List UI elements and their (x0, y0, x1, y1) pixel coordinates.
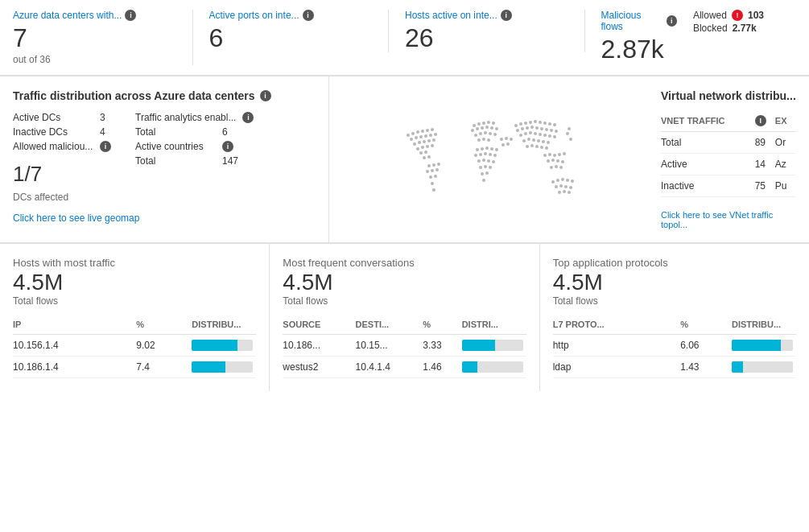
svg-point-8 (419, 135, 423, 138)
geomap-link[interactable]: Click here to see live geomap (13, 212, 316, 224)
svg-point-57 (490, 147, 493, 151)
svg-point-31 (429, 175, 432, 179)
svg-point-67 (492, 160, 495, 163)
svg-point-55 (481, 147, 484, 151)
allowed-malicious-info-icon[interactable]: i (100, 141, 111, 152)
countries-total-row: Total 147 (135, 155, 254, 167)
conversations-panel-total: 4.5M (283, 270, 526, 295)
active-countries-info-icon[interactable]: i (222, 141, 233, 152)
svg-point-70 (489, 166, 492, 169)
svg-point-65 (482, 159, 485, 162)
svg-point-90 (526, 126, 529, 130)
svg-point-7 (415, 136, 418, 139)
svg-point-115 (545, 146, 548, 150)
svg-point-35 (473, 124, 476, 127)
analytics-stats-col: Traffic analytics enabl... i Total 6 Act… (135, 112, 254, 203)
svg-point-25 (427, 164, 431, 167)
svg-point-83 (534, 120, 537, 123)
svg-point-56 (485, 146, 489, 150)
svg-point-101 (539, 133, 542, 136)
conversations-table: SOURCE DESTI... % DISTRI... 10.186... 10… (283, 316, 526, 378)
conv-bar-cell (462, 334, 526, 356)
protocols-panel-total: 4.5M (553, 270, 796, 295)
svg-point-122 (551, 159, 555, 162)
conv-source-header: SOURCE (283, 316, 355, 335)
svg-point-34 (432, 188, 435, 192)
malicious-left: Malicious flows i 2.87k (601, 10, 677, 64)
svg-point-20 (431, 144, 434, 147)
svg-point-15 (427, 139, 431, 142)
proto-name-cell: http (553, 334, 681, 356)
svg-point-142 (569, 138, 572, 141)
svg-point-64 (477, 159, 481, 163)
proto-pct-cell: 6.06 (680, 334, 732, 356)
svg-point-2 (416, 130, 419, 134)
svg-point-49 (489, 132, 492, 135)
conv-bar-cell (462, 356, 526, 377)
svg-point-133 (555, 185, 558, 188)
svg-point-134 (559, 184, 563, 188)
svg-point-124 (561, 160, 564, 163)
svg-point-116 (543, 154, 547, 157)
proto-dist-header: DISTRIBU... (732, 316, 796, 335)
svg-point-138 (563, 190, 566, 193)
malicious-info-icon[interactable]: i (667, 15, 677, 27)
malicious-value: 2.87k (601, 35, 677, 64)
svg-point-58 (495, 148, 498, 151)
svg-point-81 (524, 122, 527, 125)
proto-bar-fill (732, 340, 781, 351)
active-ports-info-icon[interactable]: i (303, 10, 314, 21)
svg-point-0 (407, 134, 410, 137)
hosts-ip-header: IP (13, 316, 136, 335)
svg-point-98 (524, 132, 527, 135)
svg-point-130 (561, 178, 564, 181)
svg-point-111 (526, 145, 529, 148)
hosts-bar-cell (192, 334, 256, 356)
svg-point-62 (489, 153, 492, 156)
svg-point-106 (527, 138, 530, 141)
svg-point-40 (471, 129, 474, 132)
svg-point-108 (537, 139, 540, 142)
svg-point-47 (479, 132, 482, 135)
svg-point-36 (477, 122, 481, 126)
svg-point-23 (423, 156, 426, 159)
hosts-pct-cell: 7.4 (136, 356, 192, 377)
svg-point-66 (487, 159, 490, 163)
svg-point-137 (558, 191, 561, 194)
world-map-container (329, 76, 648, 242)
hosts-active-value: 26 (405, 24, 568, 52)
svg-point-140 (566, 132, 569, 135)
proto-bar-bg (732, 340, 793, 351)
svg-point-77 (501, 143, 505, 146)
active-dcs-row: Active DCs 3 (13, 112, 111, 123)
hosts-ip-cell: 10.156.1.4 (13, 334, 136, 356)
hosts-active-info-icon[interactable]: i (501, 10, 512, 21)
allowed-value: 103 (748, 10, 764, 21)
svg-point-76 (510, 138, 513, 141)
svg-point-10 (429, 134, 432, 137)
svg-point-50 (493, 133, 497, 136)
svg-point-75 (505, 137, 508, 140)
traffic-analytics-info-icon[interactable]: i (242, 112, 254, 123)
vnet-info-icon[interactable]: i (755, 115, 766, 126)
svg-point-123 (556, 159, 559, 163)
svg-point-1 (411, 132, 415, 135)
bottom-content-area: Hosts with most traffic 4.5M Total flows… (0, 244, 809, 391)
svg-point-99 (529, 131, 532, 134)
hosts-panel-total: 4.5M (13, 270, 256, 295)
conv-dest-cell: 10.15... (356, 334, 423, 356)
traffic-section-info-icon[interactable]: i (260, 90, 271, 101)
svg-point-92 (535, 126, 539, 130)
proto-bar-cell (732, 356, 796, 377)
svg-point-114 (540, 146, 543, 149)
azure-dc-info-icon[interactable]: i (125, 10, 136, 21)
svg-point-48 (484, 131, 487, 134)
blocked-value: 2.77k (733, 23, 757, 34)
azure-dc-value: 7 (13, 24, 176, 52)
svg-point-18 (421, 146, 424, 149)
svg-point-52 (482, 138, 485, 141)
vnet-topo-link[interactable]: Click here to see VNet traffic topol... (661, 210, 796, 229)
vnet-traffic-header: VNet traffic (661, 112, 755, 132)
traffic-section-title: Traffic distribution across Azure data c… (13, 89, 316, 102)
svg-point-54 (476, 148, 479, 151)
